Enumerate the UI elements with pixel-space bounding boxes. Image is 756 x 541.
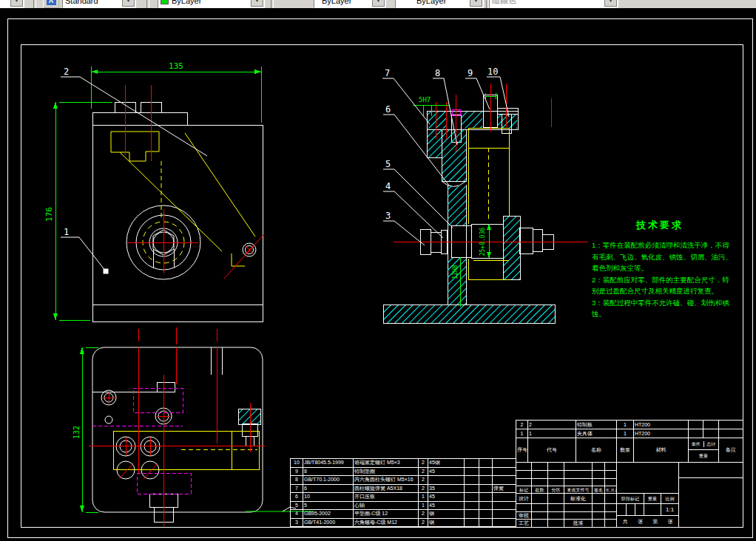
dim-pin-fit[interactable]: 12H8 [452, 265, 459, 279]
bom-row: 11 夹具体1 HT200 [516, 429, 743, 438]
front-view-dimensions[interactable]: 135 176 [44, 61, 261, 320]
toolbar-separator [271, 0, 274, 8]
plan-view[interactable] [92, 347, 263, 522]
chevron-down-icon[interactable]: ▼ [470, 0, 482, 7]
balloon-7[interactable]: 7 [385, 68, 390, 78]
bom-row: 10JB/T8045.5-1999锥端紧定螺钉 M5×3245钢 [291, 459, 516, 468]
design-row: 设计 标准化 [516, 494, 617, 504]
chevron-down-icon[interactable]: ▼ [10, 0, 23, 7]
plan-view-centerlines[interactable] [89, 347, 265, 526]
bom-row: 8GB/T70.1-2000内六角圆柱头螺钉 M5×162 [291, 476, 516, 485]
chevron-down-icon[interactable]: ▼ [122, 0, 135, 7]
balloon-leaders-front[interactable] [61, 77, 207, 273]
toolbar-combo-fragment[interactable]: ▼ [0, 0, 24, 8]
tech-req-line: 有毛刺、飞边、氧化皮、锈蚀、切屑、油污、 [592, 251, 740, 263]
tech-req-title: 技术要求 [636, 219, 740, 232]
balloon-2[interactable]: 2 [64, 67, 69, 77]
process-row: 工艺 批准 [516, 520, 617, 528]
chevron-down-icon: ▼ [604, 0, 617, 7]
tech-req-line: 3：装配过程中零件不允许磕、碰、划伤和锈 [592, 297, 740, 309]
dim-bore-fit[interactable]: 25+0.036 [479, 228, 486, 256]
toolbar-separator [33, 0, 36, 8]
color-swatch-green [161, 0, 169, 4]
bom-header-table: 22 特制板1 HT200 11 夹具体1 HT200 序号 代号 名称 数量 … [516, 420, 743, 463]
bom-row: 22 特制板1 HT200 [516, 421, 743, 429]
drawing-number-cell [679, 478, 743, 528]
technical-requirements: 技术要求 1：零件在装配前必须清理和清洗干净，不得 有毛刺、飞边、氧化皮、锈蚀、… [592, 219, 740, 320]
scale-value: 1:1 [661, 504, 679, 516]
bom-weight-header: 单件总计 重量 [689, 438, 719, 463]
scale-value-row: 1:1 [617, 504, 679, 516]
tech-req-line: 2：装配前应对零、部件的主要配合尺寸，特 [592, 274, 740, 286]
linetype-combo[interactable]: ByLayer ▼ [314, 0, 386, 8]
toolbar-separator [146, 0, 149, 8]
dim-front-height[interactable]: 176 [44, 207, 54, 222]
dim-plan-height[interactable]: 132 [72, 426, 81, 439]
chevron-down-icon[interactable]: ▼ [251, 0, 263, 7]
titleblock-scale-zone: 阶段标记 重量 比例 1:1 共张 第张 [616, 462, 679, 528]
scale-header-row: 阶段标记 重量 比例 [617, 494, 679, 504]
balloon-1[interactable]: 1 [64, 227, 69, 237]
bom-row: 98特制垫圈245 [291, 467, 516, 476]
balloon-8[interactable]: 8 [435, 68, 440, 78]
bom-row: 3GB/T41-2000六角螺母-C级 M122钢 [291, 518, 516, 527]
text-style-icon: A [47, 0, 56, 5]
text-style-manager-button[interactable]: A [43, 0, 59, 8]
tech-req-line: 蚀。 [592, 308, 740, 320]
dim-front-width[interactable]: 135 [169, 61, 183, 71]
balloon-5[interactable]: 5 [385, 159, 391, 169]
bom-row: 610开口压板145 [291, 493, 516, 502]
text-style-value: Standard [65, 0, 98, 5]
chevron-down-icon[interactable]: ▼ [372, 0, 385, 7]
lineweight-value: ByLayer [416, 0, 446, 5]
front-view[interactable] [92, 102, 263, 321]
color-combo[interactable]: ByLayer ▼ [158, 0, 265, 8]
bom-header-row: 序号 代号 名称 数量 材料 单件总计 重量 备注 [516, 438, 743, 463]
titleblock-signature-zone: 标记 处数 分区 更改文件号 签名 年.月.日 设计 标准化 审核 工艺 批准 [516, 462, 617, 528]
tech-req-line: 着色剂和灰尘等。 [592, 262, 740, 274]
bom-row: 4GB95-2002平垫圈-C级 122钢 [291, 510, 516, 519]
linetype-value: ByLayer [322, 0, 351, 5]
object-properties-toolbar: ▼ A Standard ▼ ByLayer ▼ ByLayer ▼ ByLay… [0, 0, 756, 8]
balloon-9[interactable]: 9 [468, 68, 473, 78]
section-view-centerlines[interactable] [394, 84, 588, 242]
plan-view-workpiece[interactable] [113, 431, 259, 469]
bom-continuation-table: 10JB/T8045.5-1999锥端紧定螺钉 M5×3245钢 98特制垫圈2… [290, 458, 516, 527]
lineweight-combo[interactable]: ByLayer ▼ [395, 0, 484, 8]
dim-slot-fit[interactable]: 5H7 [419, 96, 431, 103]
bom-row: 55心轴145 [291, 501, 516, 510]
plan-view-dimension[interactable]: 132 [72, 347, 98, 512]
section-view[interactable] [383, 95, 555, 323]
sheet-count-row: 共张 第张 [617, 516, 679, 528]
balloon-4[interactable]: 4 [385, 181, 391, 191]
front-view-centerlines[interactable] [125, 85, 263, 344]
balloon-3[interactable]: 3 [385, 211, 391, 221]
review-row: 审核 [516, 512, 617, 520]
text-style-combo[interactable]: Standard ▼ [62, 0, 136, 8]
bom-row: 76圆柱螺旋弹簧 A5X18235弹簧 [291, 484, 516, 493]
plot-style-value: 随颜色 [492, 0, 516, 6]
tech-req-line: 1：零件在装配前必须清理和清洗干净，不得 [592, 239, 740, 251]
plan-view-hidden-lines[interactable] [92, 388, 191, 494]
front-view-workpiece[interactable] [111, 132, 255, 266]
color-value: ByLayer [172, 0, 201, 5]
revision-label-row: 标记 处数 分区 更改文件号 签名 年.月.日 [516, 486, 617, 494]
balloon-6[interactable]: 6 [385, 104, 391, 115]
titleblock-name-zone [678, 462, 743, 528]
balloon-10[interactable]: 10 [487, 67, 498, 77]
cad-application-window: ▼ A Standard ▼ ByLayer ▼ ByLayer ▼ ByLay… [0, 0, 756, 541]
drawing-name-cell [679, 463, 743, 478]
tech-req-line: 别是过盈配合尺寸及相关精度进行复查。 [592, 285, 740, 297]
plot-style-combo: 随颜色 ▼ [489, 0, 618, 8]
